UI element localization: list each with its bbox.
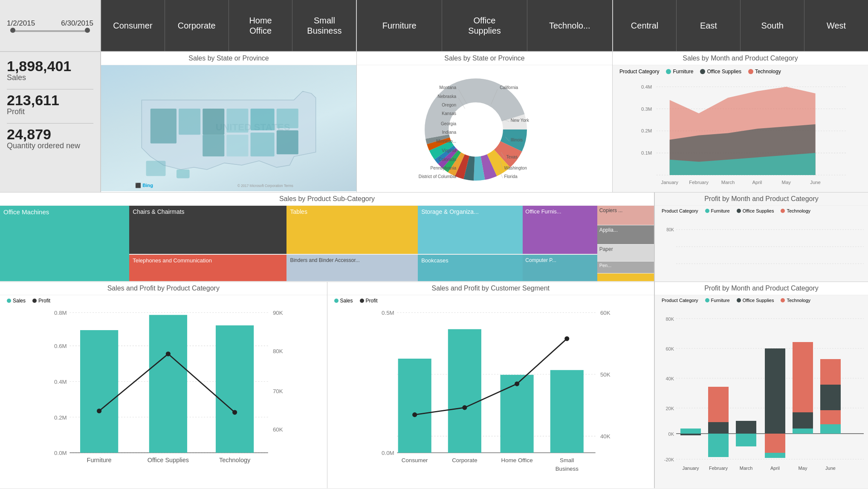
treemap-misc[interactable] bbox=[597, 273, 654, 281]
furniture-label: Furniture bbox=[673, 69, 693, 75]
treemap-tables[interactable]: Tables bbox=[286, 206, 418, 255]
svg-point-31 bbox=[452, 106, 500, 153]
category-office-supplies[interactable]: OfficeSupplies bbox=[442, 0, 527, 51]
donut-panel: Sales by State or Province bbox=[357, 52, 613, 192]
segment-filter: Consumer Corporate HomeOffice SmallBusin… bbox=[101, 0, 357, 51]
product-category-title: Sales and Profit by Product Category bbox=[0, 282, 327, 295]
tm-label-bookcases: Bookcases bbox=[421, 257, 448, 264]
date-filter[interactable]: 1/2/2015 6/30/2015 bbox=[0, 0, 101, 51]
treemap-telephones[interactable]: Telephones and Communication bbox=[129, 255, 286, 281]
bar-jun-furniture[interactable] bbox=[820, 424, 841, 434]
treemap-office-furnis[interactable]: Office Furnis... bbox=[523, 206, 597, 255]
date-slider-track[interactable] bbox=[10, 30, 90, 32]
legend-seg-sales: Sales bbox=[334, 298, 353, 304]
dashboard: 1/2/2015 6/30/2015 Consumer Corporate Ho… bbox=[0, 0, 868, 489]
bar-may-furniture[interactable] bbox=[793, 429, 813, 434]
region-east[interactable]: East bbox=[677, 0, 741, 51]
treemap-binders[interactable]: Binders and Binder Accessor... bbox=[286, 255, 418, 281]
bar-small-business[interactable] bbox=[550, 370, 583, 453]
treemap-row: Sales by Product Sub-Category Office Mac… bbox=[0, 193, 868, 282]
treemap-paper[interactable]: Paper bbox=[597, 244, 654, 261]
treemap-appliances[interactable]: Applia... bbox=[597, 225, 654, 245]
filter-row: 1/2/2015 6/30/2015 Consumer Corporate Ho… bbox=[0, 0, 868, 52]
bar-furniture-sales[interactable] bbox=[80, 330, 118, 453]
stacked-office-label: Office Supplies bbox=[743, 298, 774, 303]
bar-apr-office[interactable] bbox=[765, 348, 785, 434]
category-furniture[interactable]: Furniture bbox=[357, 0, 442, 51]
bar-jan-furniture[interactable] bbox=[680, 429, 701, 434]
sales-month-panel: Sales by Month and Product Category Prod… bbox=[613, 52, 868, 192]
office-supplies-dot bbox=[700, 69, 705, 74]
bar-apr-tech-neg[interactable] bbox=[765, 434, 785, 453]
kpi-quantity: 24,879 Quantity ordered new bbox=[7, 127, 93, 150]
sales-month-title: Sales by Month and Product Category bbox=[613, 52, 868, 65]
bottom-row: Sales and Profit by Product Category Sal… bbox=[0, 282, 868, 488]
region-west[interactable]: West bbox=[804, 0, 868, 51]
tm-label-paper: Paper bbox=[599, 246, 613, 252]
category-technology[interactable]: Technolo... bbox=[527, 0, 612, 51]
map-panel: Sales by State or Province UNITED STATES bbox=[101, 52, 357, 192]
svg-text:Home Office: Home Office bbox=[501, 457, 532, 463]
svg-text:February: February bbox=[709, 466, 728, 471]
bar-office-sales[interactable] bbox=[149, 315, 187, 453]
svg-text:Corporate: Corporate bbox=[452, 457, 477, 463]
seg-profit-dot bbox=[360, 299, 364, 303]
profit-dot bbox=[32, 299, 37, 303]
svg-text:Kansas: Kansas bbox=[442, 111, 456, 116]
tm-label-telephones: Telephones and Communication bbox=[133, 257, 212, 264]
technology-dot bbox=[748, 69, 753, 74]
svg-rect-7 bbox=[203, 135, 224, 156]
segment-home-office[interactable]: HomeOffice bbox=[229, 0, 293, 51]
svg-rect-1 bbox=[150, 109, 176, 144]
segment-consumer[interactable]: Consumer bbox=[101, 0, 165, 51]
svg-text:Montana: Montana bbox=[439, 85, 456, 90]
svg-text:0.0M: 0.0M bbox=[381, 450, 394, 456]
bar-mar-office[interactable] bbox=[736, 421, 756, 434]
bar-apr-furniture-neg[interactable] bbox=[765, 453, 785, 458]
svg-text:40K: 40K bbox=[600, 433, 610, 440]
treemap-chairs[interactable]: Chairs & Chairmats bbox=[129, 206, 286, 255]
profit-month-chart-top: 80K bbox=[655, 216, 868, 282]
svg-text:-20K: -20K bbox=[664, 457, 674, 462]
bar-feb-furniture[interactable] bbox=[708, 434, 729, 457]
bar-consumer[interactable] bbox=[398, 359, 431, 453]
svg-text:Office Supplies: Office Supplies bbox=[148, 457, 189, 463]
segment-small-business[interactable]: SmallBusiness bbox=[292, 0, 356, 51]
segment-corporate[interactable]: Corporate bbox=[165, 0, 229, 51]
svg-text:Virginia: Virginia bbox=[442, 148, 456, 153]
seg-profit-small bbox=[564, 337, 569, 341]
bar-corporate[interactable] bbox=[448, 329, 481, 453]
stacked-office-dot bbox=[737, 298, 741, 302]
bar-jun-office[interactable] bbox=[820, 385, 841, 410]
kpi-quantity-label: Quantity ordered new bbox=[7, 141, 93, 150]
bar-feb-office[interactable] bbox=[708, 422, 729, 434]
treemap-pens[interactable]: Pen... bbox=[597, 262, 654, 273]
treemap-computer[interactable]: Computer P... bbox=[523, 255, 597, 281]
treemap-copiers[interactable]: Copiers ... bbox=[597, 206, 654, 225]
treemap-panel: Sales by Product Sub-Category Office Mac… bbox=[0, 193, 655, 282]
bar-home-office[interactable] bbox=[500, 375, 533, 453]
slider-left-handle[interactable] bbox=[10, 28, 15, 33]
treemap-storage[interactable]: Storage & Organiza... bbox=[418, 206, 523, 255]
region-central[interactable]: Central bbox=[613, 0, 677, 51]
region-south[interactable]: South bbox=[741, 0, 804, 51]
svg-text:District of Columbia: District of Columbia bbox=[419, 174, 457, 179]
map-container[interactable]: UNITED STATES bbox=[101, 65, 356, 191]
treemap-office-machines[interactable]: Office Machines bbox=[0, 206, 129, 281]
kpi-profit: 213,611 Profit bbox=[7, 93, 93, 116]
slider-right-handle[interactable] bbox=[85, 28, 90, 33]
svg-rect-3 bbox=[203, 109, 224, 135]
treemap-bookcases[interactable]: Bookcases bbox=[418, 255, 523, 281]
profit-legend-tech: Technology bbox=[781, 208, 810, 213]
bar-mar-furniture[interactable] bbox=[736, 434, 756, 446]
profit-furniture-label: Furniture bbox=[711, 208, 730, 213]
svg-text:80K: 80K bbox=[665, 316, 674, 322]
bar-tech-sales[interactable] bbox=[216, 325, 254, 453]
seg-profit-home bbox=[515, 382, 519, 386]
legend-label: Product Category bbox=[619, 69, 659, 75]
svg-rect-9 bbox=[251, 132, 275, 156]
svg-text:Pennsylvania: Pennsylvania bbox=[431, 166, 457, 170]
bar-jan-office[interactable] bbox=[680, 434, 701, 435]
treemap-col2: Tables Binders and Binder Accessor... bbox=[286, 206, 418, 281]
kpi-sales: 1,898,401 Sales bbox=[7, 59, 93, 82]
